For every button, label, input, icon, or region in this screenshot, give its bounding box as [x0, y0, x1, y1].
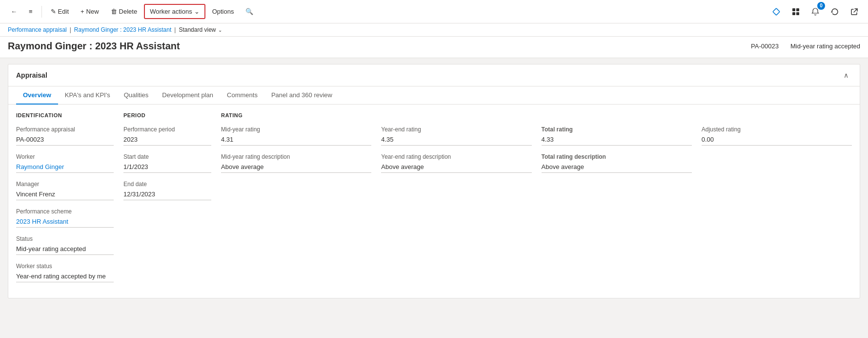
plus-icon: + [81, 8, 84, 15]
search-button[interactable]: 🔍 [241, 5, 258, 18]
field-adjusted-rating: Adjusted rating 0.00 [702, 126, 852, 146]
field-label-total-rating: Total rating [542, 126, 692, 133]
tab-qualities[interactable]: Qualities [117, 86, 156, 105]
worker-actions-button[interactable]: Worker actions ⌄ [144, 4, 205, 19]
card-title: Appraisal [16, 71, 47, 79]
record-id: PA-00023 [751, 42, 779, 50]
separator-1 [41, 6, 42, 18]
svg-rect-4 [796, 12, 799, 15]
field-value-yearend-rating: 4.35 [381, 135, 531, 146]
field-status: Status Mid-year rating accepted [16, 235, 114, 255]
field-value-performance-appraisal: PA-00023 [16, 135, 114, 146]
menu-button[interactable]: ≡ [24, 5, 38, 18]
view-dropdown[interactable]: Standard view ⌄ [179, 26, 222, 33]
field-label-performance-scheme: Performance scheme [16, 208, 114, 215]
refresh-button[interactable] [827, 4, 843, 20]
svg-rect-1 [792, 8, 795, 11]
field-performance-period: Performance period 2023 [123, 126, 211, 146]
field-performance-scheme: Performance scheme 2023 HR Assistant [16, 208, 114, 228]
rating-header: RATING [221, 112, 852, 118]
field-label-performance-appraisal: Performance appraisal [16, 126, 114, 133]
refresh-icon [830, 7, 839, 16]
card-collapse-button[interactable]: ∧ [840, 69, 852, 81]
grid-icon [791, 7, 800, 16]
delete-button[interactable]: 🗑 Delete [106, 5, 142, 18]
external-link-button[interactable] [847, 4, 862, 20]
field-value-total-rating-desc: Above average [542, 162, 692, 173]
svg-rect-2 [796, 8, 799, 11]
field-value-performance-period: 2023 [123, 135, 211, 146]
field-total-rating-desc: Total rating description Above average [542, 153, 692, 173]
tab-kpa-kpi[interactable]: KPA's and KPI's [58, 86, 117, 105]
notifications-button[interactable]: 0 [807, 4, 823, 20]
field-worker: Worker Raymond Ginger [16, 153, 114, 173]
field-value-midyear-rating: 4.31 [221, 135, 371, 146]
field-label-total-rating-desc: Total rating description [542, 153, 692, 160]
field-value-worker-status: Year-end rating accepted by me [16, 272, 114, 282]
field-yearend-rating: Year-end rating 4.35 [381, 126, 531, 146]
external-link-icon [850, 7, 859, 16]
field-label-start-date: Start date [123, 153, 211, 160]
new-button[interactable]: + New [76, 5, 104, 18]
field-label-adjusted-rating: Adjusted rating [702, 126, 852, 133]
field-label-yearend-rating: Year-end rating [381, 126, 531, 133]
svg-rect-3 [792, 12, 795, 15]
field-label-end-date: End date [123, 181, 211, 188]
breadcrumb-link-1[interactable]: Performance appraisal [8, 26, 67, 33]
field-label-performance-period: Performance period [123, 126, 211, 133]
field-midyear-rating-desc: Mid-year rating description Above averag… [221, 153, 371, 173]
chevron-down-icon: ⌄ [218, 27, 222, 33]
field-start-date: Start date 1/1/2023 [123, 153, 211, 173]
field-label-yearend-rating-desc: Year-end rating description [381, 153, 531, 160]
field-value-status: Mid-year rating accepted [16, 244, 114, 255]
field-value-midyear-rating-desc: Above average [221, 162, 371, 173]
field-label-manager: Manager [16, 181, 114, 188]
content-layout: IDENTIFICATION Performance appraisal PA-… [16, 112, 852, 290]
page-header: Raymond Ginger : 2023 HR Assistant PA-00… [0, 37, 868, 58]
breadcrumb-sep-1: | [70, 26, 71, 33]
field-total-rating: Total rating 4.33 [542, 126, 692, 146]
field-value-worker[interactable]: Raymond Ginger [16, 162, 114, 173]
identification-header: IDENTIFICATION [16, 112, 114, 118]
notification-count: 0 [817, 2, 825, 10]
period-header: PERIOD [123, 112, 211, 118]
collapse-icon: ∧ [844, 71, 848, 79]
tab-development-plan[interactable]: Development plan [155, 86, 220, 105]
rating-col-total: Total rating 4.33 Total rating descripti… [542, 126, 692, 181]
search-icon: 🔍 [245, 8, 253, 15]
toolbar: ← ≡ ✎ Edit + New 🗑 Delete Worker actions… [0, 0, 868, 23]
toolbar-right: 0 [768, 4, 862, 20]
field-yearend-rating-desc: Year-end rating description Above averag… [381, 153, 531, 173]
field-worker-status: Worker status Year-end rating accepted b… [16, 263, 114, 282]
field-manager: Manager Vincent Frenz [16, 181, 114, 200]
edit-button[interactable]: ✎ Edit [46, 5, 74, 18]
field-end-date: End date 12/31/2023 [123, 181, 211, 200]
diamond-icon-button[interactable] [768, 4, 784, 20]
tab-comments[interactable]: Comments [220, 86, 264, 105]
page-header-right: PA-00023 Mid-year rating accepted [751, 42, 860, 50]
field-value-adjusted-rating: 0.00 [702, 135, 852, 146]
back-button[interactable]: ← [6, 5, 22, 18]
breadcrumb: Performance appraisal | Raymond Ginger :… [0, 23, 868, 37]
tab-overview[interactable]: Overview [16, 86, 58, 105]
field-label-midyear-rating-desc: Mid-year rating description [221, 153, 371, 160]
identification-section: IDENTIFICATION Performance appraisal PA-… [16, 112, 123, 290]
tab-panel-360[interactable]: Panel and 360 review [264, 86, 339, 105]
grid-icon-button[interactable] [788, 4, 804, 20]
delete-icon: 🗑 [111, 8, 117, 15]
diamond-icon [772, 7, 781, 16]
options-button[interactable]: Options [207, 5, 239, 18]
field-performance-appraisal: Performance appraisal PA-00023 [16, 126, 114, 146]
back-icon: ← [11, 8, 17, 15]
appraisal-card: Appraisal ∧ Overview KPA's and KPI's Qua… [8, 64, 860, 298]
rating-section: RATING Mid-year rating 4.31 Mid-year rat… [221, 112, 852, 290]
edit-icon: ✎ [51, 8, 56, 15]
period-section: PERIOD Performance period 2023 Start dat… [123, 112, 221, 290]
field-value-yearend-rating-desc: Above average [381, 162, 531, 173]
rating-col-midyear: Mid-year rating 4.31 Mid-year rating des… [221, 126, 371, 181]
field-label-worker: Worker [16, 153, 114, 160]
tab-content: IDENTIFICATION Performance appraisal PA-… [8, 105, 860, 298]
field-value-performance-scheme[interactable]: 2023 HR Assistant [16, 217, 114, 228]
svg-rect-0 [773, 8, 780, 15]
breadcrumb-link-2[interactable]: Raymond Ginger : 2023 HR Assistant [74, 26, 171, 33]
